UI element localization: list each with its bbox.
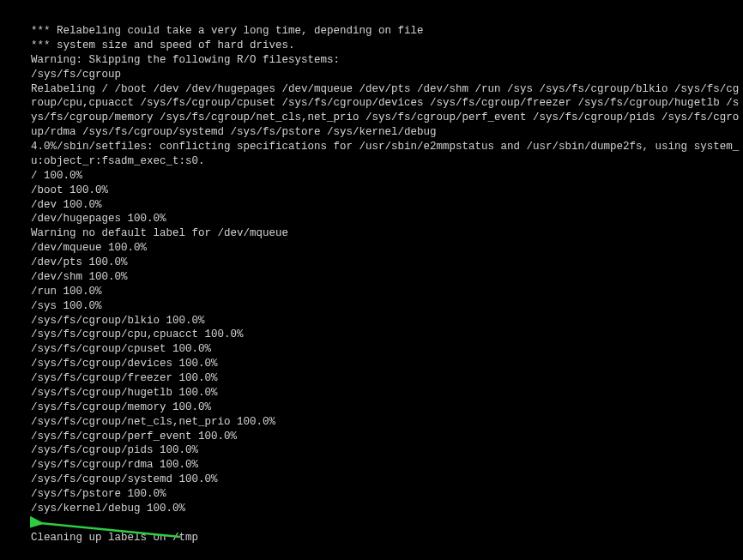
terminal-line: /sys/fs/cgroup/pids 100.0% — [31, 443, 743, 458]
terminal-line: /sys/fs/cgroup/hugetlb 100.0% — [31, 386, 743, 400]
terminal-line: /sys/fs/cgroup/memory 100.0% — [31, 400, 743, 415]
terminal-line: /sys/fs/cgroup — [31, 68, 743, 82]
terminal-line: /sys/fs/cgroup/cpuset 100.0% — [31, 342, 743, 357]
terminal-line: *** system size and speed of hard drives… — [31, 39, 743, 53]
terminal-line: /sys/fs/cgroup/blkio 100.0% — [31, 314, 743, 328]
terminal-line: / 100.0% — [31, 169, 743, 184]
terminal-line: /sys/fs/cgroup/cpu,cpuacct 100.0% — [31, 328, 743, 342]
terminal-line: /boot 100.0% — [31, 184, 743, 198]
terminal-line: /sys/fs/cgroup/systemd 100.0% — [31, 473, 743, 487]
terminal-line: /dev/pts 100.0% — [31, 256, 743, 270]
terminal-line: /sys/fs/cgroup/perf_event 100.0% — [31, 430, 743, 444]
terminal-line: /dev/hugepages 100.0% — [31, 212, 743, 226]
terminal-line: /run 100.0% — [31, 285, 743, 299]
terminal-line — [31, 516, 743, 531]
terminal-line: /sys/kernel/debug 100.0% — [31, 502, 743, 516]
blank-line — [31, 545, 743, 560]
terminal-line: Relabeling / /boot /dev /dev/hugepages /… — [31, 82, 743, 141]
terminal-line: /sys/fs/cgroup/devices 100.0% — [31, 357, 743, 371]
terminal-line: /sys/fs/cgroup/freezer 100.0% — [31, 371, 743, 386]
terminal-output: *** Relabeling could take a very long ti… — [31, 24, 743, 545]
terminal-line: 4.0%/sbin/setfiles: conflicting specific… — [31, 140, 743, 169]
terminal-line: /dev 100.0% — [31, 198, 743, 213]
terminal-line: /sys/fs/pstore 100.0% — [31, 487, 743, 502]
terminal-line: /sys/fs/cgroup/rdma 100.0% — [31, 458, 743, 473]
terminal-line: Cleaning up labels on /tmp — [31, 531, 743, 545]
terminal-line: /dev/shm 100.0% — [31, 270, 743, 285]
terminal-line: Warning: Skipping the following R/O file… — [31, 53, 743, 68]
terminal-line: /sys 100.0% — [31, 299, 743, 314]
terminal-line: Warning no default label for /dev/mqueue — [31, 226, 743, 241]
terminal-line: /dev/mqueue 100.0% — [31, 241, 743, 256]
terminal-line: *** Relabeling could take a very long ti… — [31, 24, 743, 39]
terminal-line: /sys/fs/cgroup/net_cls,net_prio 100.0% — [31, 415, 743, 430]
